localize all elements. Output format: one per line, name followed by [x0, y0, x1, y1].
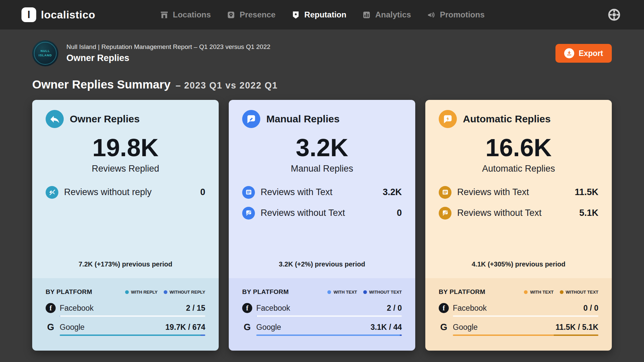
platform-row-facebook: f Facebook 2 / 15 — [46, 303, 205, 317]
reply-slash-icon — [46, 186, 58, 199]
metric-value: 0 — [397, 208, 402, 218]
platform-row-facebook: f Facebook 0 / 0 — [439, 303, 598, 317]
big-value: 16.6K — [439, 135, 598, 161]
big-value: 3.2K — [242, 135, 402, 161]
card-body: Manual Replies 3.2K Manual Replies Revie… — [229, 100, 415, 278]
google-icon: G — [46, 322, 56, 332]
platform-name: Facebook — [60, 304, 186, 313]
card-body: Automatic Replies 16.6K Automatic Replie… — [425, 100, 612, 278]
download-icon — [564, 48, 574, 58]
nav-label: Promotions — [440, 10, 484, 19]
legend-label: WITH REPLY — [131, 290, 158, 295]
by-platform-heading: BY PLATFORM — [439, 288, 485, 296]
legend: WITH TEXT WITHOUT TEXT — [524, 290, 598, 295]
nav-item-presence[interactable]: Presence — [226, 10, 276, 20]
platform-value: 11.5K / 5.1K — [555, 323, 598, 332]
platform-bar — [60, 335, 205, 336]
previous-period: 4.1K (+305%) previous period — [439, 260, 598, 268]
google-icon: G — [242, 322, 252, 332]
platform-value: 19.7K / 674 — [165, 323, 205, 332]
report-header: NULL ISLAND Null Island | Reputation Man… — [0, 29, 644, 66]
platform-bar — [60, 315, 205, 317]
summary-subtitle: – 2023 Q1 vs 2022 Q1 — [175, 80, 278, 91]
metric-value: 11.5K — [575, 187, 598, 197]
platform-name: Google — [60, 323, 165, 332]
legend-dot — [560, 290, 564, 294]
facebook-icon: f — [46, 303, 56, 313]
metric-value: 5.1K — [579, 208, 598, 218]
manual-replies-card: Manual Replies 3.2K Manual Replies Revie… — [229, 100, 415, 351]
bar-chart-icon — [362, 10, 372, 20]
card-title: Owner Replies — [70, 113, 140, 125]
platform-row-facebook: f Facebook 2 / 0 — [242, 303, 402, 317]
by-platform-heading: BY PLATFORM — [46, 288, 92, 296]
brand-letter-icon: l — [21, 7, 36, 22]
nav-label: Analytics — [375, 10, 411, 19]
metric-label: Reviews without Text — [261, 208, 391, 218]
facebook-icon: f — [439, 303, 449, 313]
platform-bar — [256, 335, 402, 336]
reply-icon — [46, 110, 64, 128]
map-pin-icon — [226, 10, 236, 20]
legend-label: WITHOUT TEXT — [369, 290, 402, 295]
legend-label: WITH TEXT — [530, 290, 553, 295]
platform-value: 2 / 0 — [387, 304, 402, 313]
summary-heading: Owner Replies Summary – 2023 Q1 vs 2022 … — [0, 66, 644, 91]
export-label: Export — [579, 49, 603, 58]
big-value: 19.8K — [46, 135, 205, 161]
nav-item-analytics[interactable]: Analytics — [362, 10, 411, 20]
top-nav: l localistico Locations Presence Reputat… — [0, 0, 644, 29]
summary-title: Owner Replies Summary — [32, 78, 170, 91]
platform-value: 0 / 0 — [583, 304, 598, 313]
brand-logo[interactable]: l localistico — [21, 7, 95, 22]
platform-name: Google — [453, 323, 555, 332]
by-platform-section: BY PLATFORM WITH REPLY WITHOUT REPLY f F… — [32, 278, 219, 351]
automatic-replies-card: Automatic Replies 16.6K Automatic Replie… — [425, 100, 612, 351]
nav-item-promotions[interactable]: Promotions — [426, 10, 484, 20]
legend: WITH TEXT WITHOUT TEXT — [327, 290, 402, 295]
legend-dot — [327, 290, 331, 294]
report-breadcrumb: Null Island | Reputation Management Repo… — [66, 43, 270, 51]
metric-label: Reviews with Text — [261, 187, 377, 197]
platform-row-google: G Google 19.7K / 674 — [46, 322, 205, 336]
platform-bar — [256, 315, 402, 317]
big-label: Automatic Replies — [439, 164, 598, 174]
platform-name: Google — [256, 323, 371, 332]
previous-period: 7.2K (+173%) previous period — [46, 260, 205, 268]
no-text-icon — [242, 207, 255, 220]
platform-name: Facebook — [256, 304, 387, 313]
by-platform-section: BY PLATFORM WITH TEXT WITHOUT TEXT f Fac… — [229, 278, 415, 351]
platform-value: 2 / 15 — [186, 304, 205, 313]
edit-chat-icon — [242, 110, 260, 128]
metric-row: Reviews without Text 0 — [242, 207, 402, 220]
nav-label: Presence — [240, 10, 276, 19]
storefront-icon — [159, 10, 169, 20]
legend-label: WITHOUT TEXT — [566, 290, 599, 295]
card-body: Owner Replies 19.8K Reviews Replied Revi… — [32, 100, 219, 278]
legend-label: WITH TEXT — [333, 290, 357, 295]
null-island-avatar: NULL ISLAND — [32, 40, 58, 66]
brand-name: localistico — [41, 9, 95, 21]
page-title: Owner Replies — [66, 53, 270, 63]
platform-row-google: G Google 11.5K / 5.1K — [439, 322, 598, 336]
metric-value: 3.2K — [383, 187, 402, 197]
legend-dot — [363, 290, 367, 294]
metric-row: Reviews with Text 3.2K — [242, 186, 402, 199]
legend-label: WITHOUT REPLY — [170, 290, 205, 295]
settings-wheel-button[interactable] — [606, 6, 623, 23]
facebook-icon: f — [242, 303, 252, 313]
platform-row-google: G Google 3.1K / 44 — [242, 322, 402, 336]
card-title: Manual Replies — [266, 113, 339, 125]
nav-item-reputation[interactable]: Reputation — [291, 10, 346, 20]
legend-dot — [524, 290, 528, 294]
nav-item-locations[interactable]: Locations — [159, 10, 211, 20]
metric-value: 0 — [200, 187, 205, 197]
auto-chat-icon — [439, 110, 457, 128]
platform-value: 3.1K / 44 — [371, 323, 402, 332]
summary-cards: Owner Replies 19.8K Reviews Replied Revi… — [0, 91, 644, 351]
metric-label: Reviews without reply — [64, 187, 195, 197]
main-nav-menu: Locations Presence Reputation Analytics … — [159, 0, 484, 29]
export-button[interactable]: Export — [555, 44, 612, 63]
previous-period: 3.2K (+2%) previous period — [242, 260, 402, 268]
metric-label: Reviews without Text — [457, 208, 574, 218]
